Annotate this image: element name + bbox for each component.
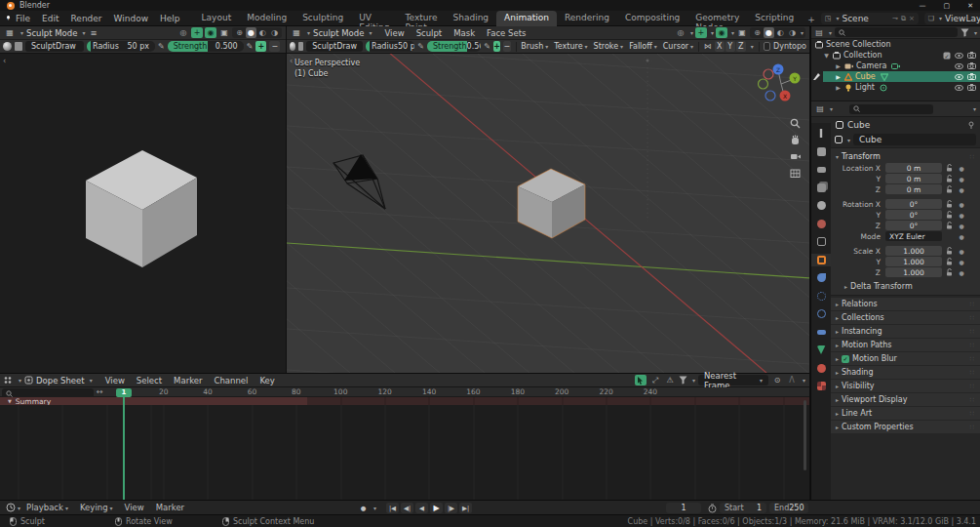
value-field[interactable]: 0 m [885, 174, 942, 183]
radius-slider[interactable]: Radius50 px [87, 41, 155, 52]
animate-dot-icon[interactable]: ● [956, 233, 967, 240]
falloff-curve-icon[interactable]: Λ [786, 375, 798, 385]
viewport-canvas[interactable]: ‹ User Perspective (1) Cube Z Y X [287, 54, 809, 373]
menu-item[interactable]: Help [154, 14, 186, 23]
outliner-row-light[interactable]: ▶ Light [811, 82, 980, 93]
menu-item[interactable]: Render [65, 14, 108, 23]
drag-grip-icon[interactable]: ∷ [970, 383, 975, 390]
xray-toggle-icon[interactable]: ▣ [218, 27, 230, 38]
value-field[interactable]: 0° [885, 199, 942, 209]
properties-panel-header[interactable]: ▸ ✓ Motion Blur ∷ [831, 352, 980, 365]
value-field[interactable]: 0 m [885, 163, 942, 173]
dope-menu-item[interactable]: View [99, 376, 131, 385]
properties-panel-header[interactable]: ▸ ✓ Collections ∷ [831, 311, 980, 324]
overlays-toggle-icon[interactable]: ◉ [716, 27, 727, 38]
render-visibility-icon[interactable] [967, 84, 976, 91]
material-tab-icon[interactable] [811, 362, 831, 375]
overlays-toggle-icon[interactable]: ◉ [205, 27, 216, 38]
lock-icon[interactable] [942, 200, 956, 208]
value-field[interactable]: 1.000 [885, 246, 942, 256]
lock-icon[interactable] [942, 222, 956, 229]
dope-menu-item[interactable]: Channel [208, 376, 254, 385]
pan-hand-icon[interactable] [790, 135, 801, 145]
checkbox-icon[interactable]: ✓ [943, 52, 951, 60]
show-hidden-toggle-icon[interactable]: ⤢ [649, 375, 661, 385]
outliner-row-cube-selected[interactable]: ▶ Cube [823, 71, 980, 82]
drag-grip-icon[interactable]: ∷ [970, 301, 975, 308]
keyframe-area[interactable] [0, 405, 809, 500]
drag-grip-icon[interactable]: ∷ [970, 328, 975, 336]
brush-icon[interactable] [290, 42, 295, 51]
expand-arrow-icon[interactable]: ▶ [835, 84, 842, 91]
close-button[interactable]: ✕ [967, 2, 973, 10]
delta-transform-header[interactable]: ▸ Delta Transform [831, 280, 980, 292]
animate-dot-icon[interactable]: ● [956, 269, 967, 276]
drag-grip-icon[interactable]: ∷ [970, 424, 975, 431]
ortho-grid-icon[interactable] [790, 168, 801, 179]
world-tab-icon[interactable] [811, 218, 831, 230]
modifiers-tab-icon[interactable] [811, 271, 831, 284]
properties-panel-header[interactable]: ▸ ✓ Instancing ∷ [831, 325, 980, 338]
expand-filter-icon[interactable]: ↔ [97, 387, 103, 396]
dope-sheet-mode-selector[interactable]: Dope Sheet [36, 376, 85, 385]
dyntopo-checkbox[interactable] [764, 42, 770, 51]
pin-icon[interactable]: ⊸ [892, 15, 898, 22]
physics-tab-icon[interactable] [811, 307, 831, 320]
pressure-icon[interactable]: ✎ [158, 42, 165, 51]
viewport-menu-item[interactable]: Sculpt [411, 28, 449, 38]
playhead[interactable] [123, 396, 125, 500]
workspace-tab[interactable]: Scripting [747, 11, 802, 26]
outliner-search-input[interactable] [835, 27, 958, 37]
solid-shading-icon[interactable]: ● [764, 27, 774, 38]
summary-channel[interactable]: ▼ Summary [0, 397, 307, 405]
properties-panel-header[interactable]: ▸ ✓ Shading ∷ [831, 366, 980, 379]
animate-dot-icon[interactable]: ● [956, 176, 967, 182]
mirror-axis-toggle[interactable]: X [715, 41, 725, 52]
drag-grip-icon[interactable]: ∷ [970, 342, 975, 349]
render-visibility-icon[interactable] [967, 73, 976, 80]
subtract-mode-button[interactable]: − [503, 41, 510, 52]
workspace-tab[interactable]: Modeling [239, 11, 294, 26]
workspace-tab[interactable]: Geometry Nodes [687, 11, 747, 26]
tool-dropdown[interactable]: Brush▾ [521, 42, 548, 51]
view-layer-tab-icon[interactable] [811, 182, 831, 194]
workspace-tab[interactable]: Rendering [557, 11, 617, 26]
material-shading-icon[interactable]: ◐ [775, 27, 786, 38]
eye-icon[interactable] [955, 53, 963, 59]
brush-icon[interactable] [3, 42, 12, 51]
filter-icon[interactable] [679, 376, 687, 385]
value-field[interactable]: 1.000 [885, 267, 942, 277]
menu-item[interactable]: Edit [36, 14, 64, 23]
tool-tab-icon[interactable] [811, 127, 831, 140]
snap-mode-dropdown[interactable]: Nearest Frame▾ [698, 375, 768, 385]
mode-selector[interactable]: Sculpt Mode [26, 28, 77, 38]
pivot-point-icon[interactable]: ◎ [177, 27, 189, 38]
view-menu-item[interactable]: View [119, 503, 150, 512]
filter-icon[interactable] [960, 28, 969, 37]
start-frame-field[interactable]: Start1 [720, 503, 766, 513]
drag-grip-icon[interactable]: ∷ [970, 355, 975, 363]
auto-keying-icon[interactable]: ● [357, 503, 370, 513]
outliner-row-collection[interactable]: ▼ Collection ✓ [811, 50, 980, 61]
animate-dot-icon[interactable]: ● [956, 186, 967, 193]
add-mode-button[interactable]: + [255, 41, 266, 52]
collection-tab-icon[interactable] [811, 235, 831, 248]
constraints-tab-icon[interactable] [811, 326, 831, 339]
animate-dot-icon[interactable]: ● [956, 212, 967, 219]
next-keyframe-button[interactable]: |▶ [445, 503, 457, 513]
editor-type-icon[interactable]: ▦ [4, 27, 16, 38]
lock-icon[interactable] [942, 185, 956, 193]
radius-slider[interactable]: Radius50 px [366, 41, 414, 52]
eye-icon[interactable] [955, 85, 963, 91]
lock-icon[interactable] [942, 175, 956, 182]
view-layer-selector[interactable]: ❏ ▾ ViewLayer ⧉ × [924, 13, 980, 24]
scene-tab-icon[interactable] [811, 199, 831, 212]
transform-panel-header[interactable]: ▾ Transform ∷ [831, 150, 980, 163]
only-selected-toggle-icon[interactable] [635, 375, 647, 385]
only-errors-toggle-icon[interactable]: ⚠ [664, 375, 676, 385]
datablock-icon[interactable] [15, 42, 22, 51]
strength-slider[interactable]: Strength0.500 [427, 41, 481, 52]
mirror-axis-toggle[interactable]: Z [736, 41, 746, 52]
expand-arrow-icon[interactable]: ▶ [835, 73, 842, 80]
wireframe-shading-icon[interactable]: ⊕ [234, 27, 245, 38]
